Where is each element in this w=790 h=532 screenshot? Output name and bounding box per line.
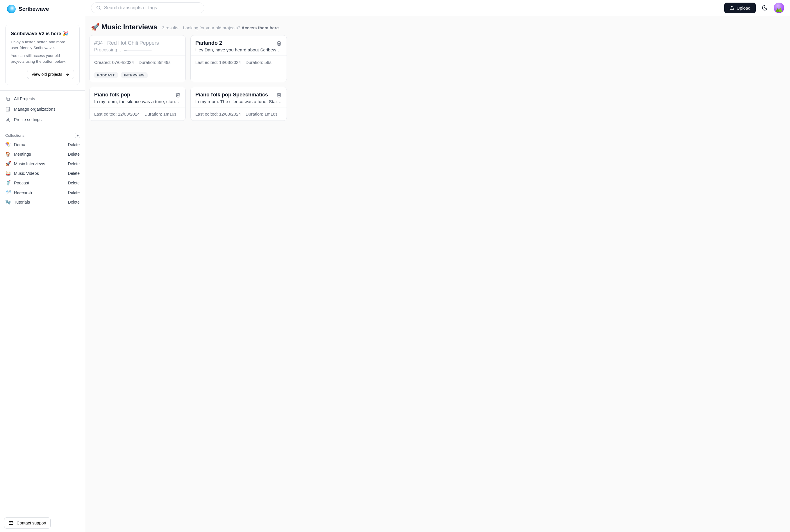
collection-name: Demo <box>14 142 25 147</box>
collection-item[interactable]: 🚀 Music Interviews Delete <box>0 159 85 168</box>
card-preview: Hey Dan, have you heard about Scribew… <box>195 48 282 53</box>
brand-logo-icon <box>7 5 16 13</box>
delete-collection-button[interactable]: Delete <box>68 180 80 185</box>
search-icon <box>96 5 101 11</box>
search-input[interactable] <box>104 5 199 11</box>
copy-icon <box>5 96 11 101</box>
page-header: 🚀 Music Interviews 3 results Looking for… <box>89 22 784 35</box>
mail-icon <box>8 520 14 526</box>
svg-rect-1 <box>7 98 10 100</box>
card-meta-2: Duration: 59s <box>245 60 272 65</box>
trash-icon <box>276 41 282 46</box>
promo-title: Scribewave V2 is here 🎉 <box>11 31 74 36</box>
collection-name: Music Videos <box>14 171 39 176</box>
upload-label: Upload <box>736 5 751 11</box>
nav-manage-orgs[interactable]: Manage organizations <box>0 104 85 114</box>
transcript-card[interactable]: Piano folk pop In my room, the silence w… <box>89 87 186 121</box>
collection-item[interactable]: 🪁 Demo Delete <box>0 140 85 149</box>
transcript-card[interactable]: #34 | Red Hot Chili Peppers Processing..… <box>89 35 186 82</box>
trash-icon <box>175 92 181 98</box>
cards-grid: #34 | Red Hot Chili Peppers Processing..… <box>89 35 784 121</box>
delete-card-button[interactable] <box>175 92 181 98</box>
card-meta: Last edited: 12/03/2024 Duration: 1m16s <box>90 107 185 120</box>
collection-emoji-icon: 🧤 <box>5 199 11 205</box>
results-count: 3 results <box>162 25 179 30</box>
collection-emoji-icon: 🪡 <box>5 190 11 195</box>
collection-emoji-icon: 🥤 <box>5 180 11 186</box>
card-title: #34 | Red Hot Chili Peppers <box>94 40 181 46</box>
card-meta-2: Duration: 3m49s <box>139 60 171 65</box>
collection-item[interactable]: 🪡 Research Delete <box>0 188 85 197</box>
theme-toggle-button[interactable] <box>761 4 769 12</box>
card-meta-1: Last edited: 13/03/2024 <box>195 60 241 65</box>
card-meta-1: Created: 07/04/2024 <box>94 60 134 65</box>
collection-name: Meetings <box>14 152 31 156</box>
collection-name: Podcast <box>14 180 29 185</box>
card-meta: Created: 07/04/2024 Duration: 3m49s <box>90 55 185 69</box>
card-title: Parlando 2 <box>195 40 222 46</box>
topbar: Upload <box>85 0 790 16</box>
add-collection-button[interactable]: + <box>75 133 80 138</box>
delete-collection-button[interactable]: Delete <box>68 142 80 147</box>
collections-label: Collections <box>5 133 24 138</box>
collection-item[interactable]: 🥁 Music Videos Delete <box>0 168 85 178</box>
sidebar: Scribewave Scribewave V2 is here 🎉 Enjoy… <box>0 0 85 532</box>
contact-support-label: Contact support <box>17 521 46 525</box>
building-icon <box>5 107 11 112</box>
search-wrap[interactable] <box>91 2 204 13</box>
collection-emoji-icon: 🥁 <box>5 170 11 176</box>
svg-point-9 <box>7 118 9 120</box>
page-title-text: Music Interviews <box>102 23 157 31</box>
collection-emoji-icon: 🏠 <box>5 151 11 157</box>
trash-icon <box>276 92 282 98</box>
delete-card-button[interactable] <box>276 92 282 98</box>
collection-item[interactable]: 🥤 Podcast Delete <box>0 178 85 188</box>
promo-body-2: You can still access your old projects u… <box>11 53 74 65</box>
upload-button[interactable]: Upload <box>724 3 756 13</box>
collection-item[interactable]: 🧤 Tutorials Delete <box>0 197 85 207</box>
card-meta-1: Last edited: 12/03/2024 <box>94 112 140 116</box>
card-meta-2: Duration: 1m16s <box>245 112 278 116</box>
nav-all-projects[interactable]: All Projects <box>0 94 85 104</box>
collections-header: Collections + <box>0 131 85 140</box>
collection-name: Research <box>14 190 32 195</box>
tag[interactable]: PODCAST <box>94 72 118 78</box>
collection-name: Music Interviews <box>14 162 45 166</box>
transcript-card[interactable]: Parlando 2 Hey Dan, have you heard about… <box>190 35 287 82</box>
collections-section: Collections + 🪁 Demo Delete 🏠 Meetings D… <box>0 128 85 514</box>
svg-rect-2 <box>6 107 10 111</box>
user-icon <box>5 117 11 122</box>
card-preview: In my room. The silence was a tune. Star… <box>195 99 282 104</box>
page-title-emoji: 🚀 <box>91 23 100 31</box>
content: 🚀 Music Interviews 3 results Looking for… <box>85 16 790 532</box>
delete-collection-button[interactable]: Delete <box>68 171 80 176</box>
collection-item[interactable]: 🏠 Meetings Delete <box>0 149 85 159</box>
access-old-projects-link[interactable]: Access them here <box>241 25 279 30</box>
nav-section: All Projects Manage organizations Profil… <box>0 90 85 128</box>
svg-line-12 <box>99 9 100 10</box>
transcript-card[interactable]: Piano folk pop Speechmatics In my room. … <box>190 87 287 121</box>
delete-card-button[interactable] <box>276 40 282 46</box>
support-row: Contact support <box>0 514 85 532</box>
card-meta: Last edited: 13/03/2024 Duration: 59s <box>191 55 287 69</box>
delete-collection-button[interactable]: Delete <box>68 200 80 205</box>
nav-profile-settings[interactable]: Profile settings <box>0 114 85 125</box>
view-old-projects-button[interactable]: View old projects <box>27 70 74 79</box>
card-title: Piano folk pop Speechmatics <box>195 92 268 98</box>
delete-collection-button[interactable]: Delete <box>68 162 80 166</box>
plus-icon: + <box>76 133 79 138</box>
delete-collection-button[interactable]: Delete <box>68 152 80 156</box>
contact-support-button[interactable]: Contact support <box>4 517 51 529</box>
nav-profile-settings-label: Profile settings <box>14 117 41 122</box>
tag[interactable]: INTERVIEW <box>121 72 148 78</box>
upload-icon <box>730 5 734 10</box>
delete-collection-button[interactable]: Delete <box>68 190 80 195</box>
promo-body-1: Enjoy a faster, better, and more user-fr… <box>11 39 74 51</box>
main: Upload 🚀 Music Interviews 3 results Look… <box>85 0 790 532</box>
brand-row[interactable]: Scribewave <box>0 0 85 18</box>
svg-point-11 <box>97 6 100 9</box>
collection-name: Tutorials <box>14 200 30 205</box>
avatar[interactable] <box>774 3 784 13</box>
card-preview: In my room, the silence was a tune, star… <box>94 99 181 104</box>
processing-label: Processing... <box>94 48 121 53</box>
